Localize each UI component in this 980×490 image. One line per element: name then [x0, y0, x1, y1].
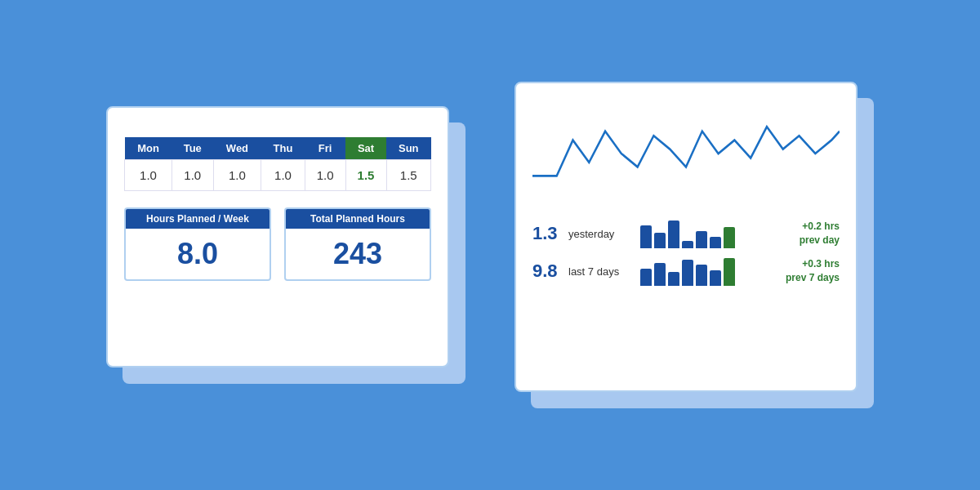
bar-1-0 [640, 269, 652, 286]
studied-row-1: 9.8last 7 days+0.3 hrs prev 7 days [532, 256, 840, 286]
studied-rows: 1.3yesterday+0.2 hrs prev day9.8last 7 d… [532, 219, 840, 286]
line-chart-svg [532, 105, 840, 203]
bar-1-5 [710, 270, 721, 286]
line-chart [532, 105, 840, 203]
bar-0-3 [682, 241, 693, 248]
bar-1-1 [654, 263, 666, 286]
left-card: MonTueWedThuFriSatSun 1.01.01.01.01.01.5… [106, 106, 449, 368]
bar-0-5 [710, 237, 721, 248]
line-chart-path [532, 127, 840, 176]
bar-0-0 [640, 225, 652, 248]
bar-0-6 [724, 227, 735, 248]
bar-0-1 [654, 233, 666, 248]
delta-1: +0.3 hrs prev 7 days [782, 257, 840, 285]
right-panel: 1.3yesterday+0.2 hrs prev day9.8last 7 d… [514, 82, 874, 408]
bar-0-4 [696, 231, 707, 248]
right-card: 1.3yesterday+0.2 hrs prev day9.8last 7 d… [514, 82, 858, 392]
stat-value-total: 243 [286, 229, 430, 279]
bar-1-6 [724, 258, 735, 286]
stat-label-weekly: Hours Planned / Week [126, 209, 270, 229]
bar-1-4 [696, 265, 707, 286]
bar-1-2 [668, 272, 679, 286]
bar-group-1 [640, 256, 776, 286]
delta-0: +0.2 hrs prev day [782, 220, 840, 247]
studied-row-0: 1.3yesterday+0.2 hrs prev day [532, 219, 840, 248]
stats-row: Hours Planned / Week 8.0 Total Planned H… [124, 207, 431, 281]
stat-box-total: Total Planned Hours 243 [284, 207, 431, 281]
stat-value-weekly: 8.0 [126, 229, 270, 279]
studied-period-0: yesterday [568, 228, 634, 240]
bar-0-2 [668, 220, 679, 248]
studied-value-0: 1.3 [532, 223, 562, 244]
studied-value-1: 9.8 [532, 261, 562, 282]
bar-group-0 [640, 219, 776, 248]
studied-period-1: last 7 days [568, 265, 634, 278]
weekly-hours-table: MonTueWedThuFriSatSun 1.01.01.01.01.01.5… [124, 137, 431, 191]
bar-1-3 [682, 260, 693, 286]
stat-box-weekly: Hours Planned / Week 8.0 [124, 207, 271, 281]
stat-label-total: Total Planned Hours [286, 209, 430, 229]
left-panel: MonTueWedThuFriSatSun 1.01.01.01.01.01.5… [106, 106, 466, 384]
